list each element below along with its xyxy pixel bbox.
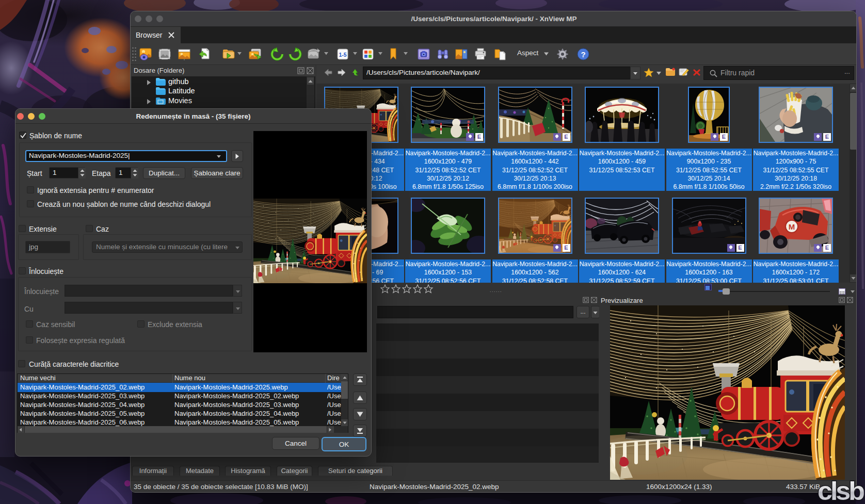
svg-text:M: M: [789, 222, 795, 231]
svg-text:1-5: 1-5: [339, 52, 346, 58]
svg-text:?: ?: [581, 50, 585, 59]
svg-text:clsb: clsb: [818, 478, 864, 503]
